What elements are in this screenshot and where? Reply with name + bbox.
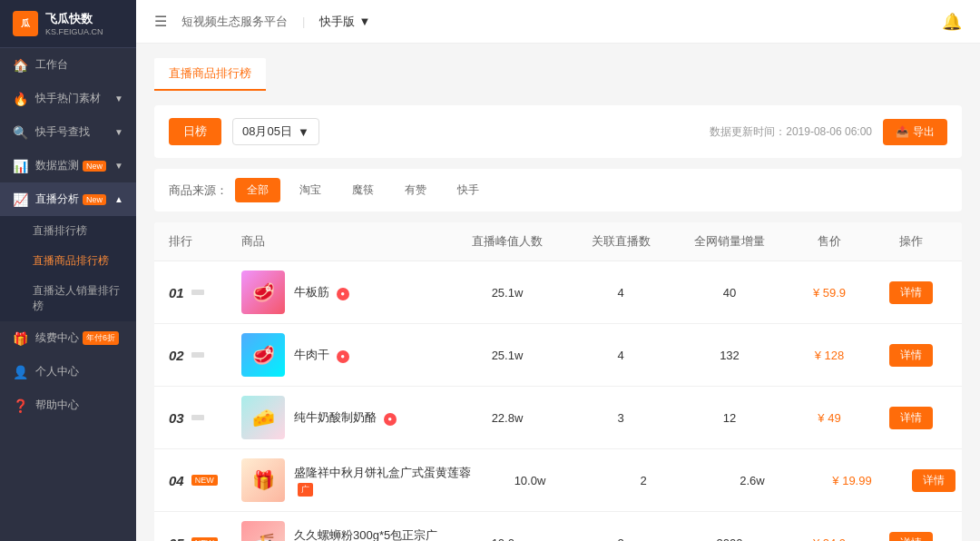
detail-button[interactable]: 详情 (889, 281, 933, 304)
sidebar-item-live-analysis[interactable]: 📈 直播分析 New ▲ (0, 182, 136, 216)
fire-icon: 🔥 (13, 92, 28, 106)
action-cell: 详情 (875, 344, 947, 367)
sidebar-item-personal[interactable]: 👤 个人中心 (0, 355, 136, 389)
streams-value: 3 (566, 411, 675, 425)
detail-button[interactable]: 详情 (889, 344, 933, 367)
product-cell: 🥩 牛肉干 ● (241, 333, 448, 377)
product-cell: 🥩 牛板筋 ● (241, 270, 448, 314)
streams-value: 2 (566, 536, 675, 542)
rank-dash (191, 290, 204, 295)
streams-value: 2 (589, 474, 698, 487)
action-cell: 详情 (875, 281, 947, 304)
source-filter-bar: 商品来源： 全部 淘宝 魔筷 有赞 快手 (154, 169, 962, 211)
product-info: 牛板筋 ● (294, 284, 349, 300)
table-header: 排行 商品 直播峰值人数 关联直播数 全网销量增量 售价 操作 (154, 222, 962, 261)
sidebar-sub-talent-rank[interactable]: 直播达人销量排行榜 (0, 276, 136, 321)
source-btn-kuaishou[interactable]: 快手 (446, 178, 491, 202)
col-peak: 直播峰值人数 (448, 233, 566, 250)
rank-cell: 02 (169, 348, 241, 363)
rank-cell: 03 (169, 410, 241, 426)
product-thumbnail: 🥩 (241, 333, 285, 377)
export-button[interactable]: 📤 导出 (883, 119, 947, 145)
product-thumbnail: 🥩 (241, 270, 285, 314)
streams-value: 4 (566, 349, 675, 362)
rank-cell: 04 NEW (169, 473, 241, 488)
col-rank: 排行 (169, 233, 241, 250)
hot-icon: ● (337, 288, 349, 300)
search-icon: 🔍 (13, 125, 28, 140)
col-streams: 关联直播数 (566, 233, 675, 250)
logo-text: 飞瓜快数 KS.FEIGUA.CN (45, 11, 103, 36)
sidebar-sub-live-rank[interactable]: 直播排行榜 (0, 216, 136, 246)
platform-brand[interactable]: 快手版 ▼ (319, 14, 370, 30)
rank-number: 05 (169, 536, 184, 542)
chevron-down-icon: ▼ (114, 127, 123, 137)
hamburger-icon[interactable]: ☰ (154, 13, 167, 30)
tab-product-rank[interactable]: 直播商品排行榜 (154, 58, 266, 91)
detail-button[interactable]: 详情 (889, 532, 933, 542)
sales-value: 2.6w (698, 474, 807, 487)
source-btn-taobao[interactable]: 淘宝 (288, 178, 333, 202)
source-btn-mojie[interactable]: 魔筷 (340, 178, 386, 202)
new-badge: NEW (191, 475, 218, 486)
product-name: 纯牛奶酸制奶酪 (294, 410, 377, 424)
sidebar-item-hot-materials[interactable]: 🔥 快手热门素材 ▼ (0, 82, 136, 115)
rank-cell: 05 NEW (169, 536, 241, 542)
main-content: ☰ 短视频生态服务平台 | 快手版 ▼ 🔔 直播商品排行榜 日榜 08月05日 … (136, 0, 980, 541)
detail-button[interactable]: 详情 (912, 469, 956, 492)
chevron-down-icon: ▼ (358, 15, 370, 28)
header-divider: | (302, 15, 305, 28)
table-row: 02 🥩 牛肉干 ● 25.1w 4 132 ¥ 128 详情 (154, 324, 962, 387)
table-body: 01 🥩 牛板筋 ● 25.1w 4 40 ¥ 59.9 详情 02 🥩 牛肉干 (154, 261, 962, 541)
date-selector[interactable]: 08月05日 ▼ (232, 118, 319, 145)
logo-icon: 瓜 (13, 11, 38, 36)
sales-value: 3000 (675, 536, 784, 542)
source-label: 商品来源： (169, 182, 228, 199)
action-cell: 详情 (897, 469, 962, 492)
sidebar-item-workspace[interactable]: 🏠 工作台 (0, 48, 136, 82)
price-value: ¥ 34.9 (784, 536, 875, 542)
hot-icon: ● (384, 413, 397, 426)
price-value: ¥ 59.9 (784, 286, 875, 300)
action-cell: 详情 (875, 407, 947, 429)
sidebar-item-help[interactable]: ❓ 帮助中心 (0, 389, 136, 422)
rank-dash (191, 415, 204, 420)
sales-value: 132 (675, 349, 784, 362)
sidebar-item-resource-center[interactable]: 🎁 续费中心 年付6折 (0, 321, 136, 355)
source-btn-all[interactable]: 全部 (235, 178, 280, 202)
product-info: 纯牛奶酸制奶酪 ● (294, 409, 397, 426)
product-table: 排行 商品 直播峰值人数 关联直播数 全网销量增量 售价 操作 01 🥩 牛板筋… (154, 222, 962, 541)
product-thumbnail: 🍜 (241, 521, 285, 541)
col-sales: 全网销量增量 (675, 233, 784, 250)
rank-cell: 01 (169, 285, 241, 300)
chevron-down-icon: ▼ (298, 125, 309, 139)
help-icon: ❓ (13, 398, 28, 413)
product-cell: 🧀 纯牛奶酸制奶酪 ● (241, 396, 448, 439)
top-header: ☰ 短视频生态服务平台 | 快手版 ▼ 🔔 (136, 0, 980, 44)
detail-button[interactable]: 详情 (889, 407, 933, 429)
peak-value: 25.1w (448, 286, 566, 300)
chevron-up-icon: ▲ (114, 194, 123, 204)
table-row: 04 NEW 🎁 盛隆祥中秋月饼礼盒广式蛋黄莲蓉 广 10.0w 2 2.6w … (154, 449, 962, 512)
sidebar-item-data-monitor[interactable]: 📊 数据监测 New ▼ (0, 149, 136, 182)
header-right: 🔔 (942, 12, 962, 32)
sidebar: 瓜 飞瓜快数 KS.FEIGUA.CN 🏠 工作台 🔥 快手热门素材 ▼ 🔍 快… (0, 0, 136, 541)
sidebar-sub-product-rank[interactable]: 直播商品排行榜 (0, 246, 136, 276)
rank-dash (191, 352, 204, 358)
sidebar-item-search[interactable]: 🔍 快手号查找 ▼ (0, 115, 136, 149)
col-action: 操作 (875, 233, 947, 250)
sales-value: 40 (675, 286, 784, 300)
col-product: 商品 (241, 233, 448, 250)
period-button[interactable]: 日榜 (169, 118, 221, 145)
product-info: 牛肉干 ● (294, 347, 349, 363)
peak-value: 22.8w (448, 411, 566, 425)
bell-icon[interactable]: 🔔 (942, 13, 962, 31)
gift-icon: 🎁 (13, 331, 28, 346)
tab-bar: 直播商品排行榜 (154, 58, 962, 91)
page-content: 直播商品排行榜 日榜 08月05日 ▼ 数据更新时间：2019-08-06 06… (136, 44, 980, 541)
product-thumbnail: 🧀 (241, 396, 285, 439)
rank-number: 01 (169, 285, 184, 300)
chevron-down-icon: ▼ (114, 161, 123, 171)
upload-icon: 📤 (896, 125, 909, 138)
source-btn-youzan[interactable]: 有赞 (393, 178, 438, 202)
